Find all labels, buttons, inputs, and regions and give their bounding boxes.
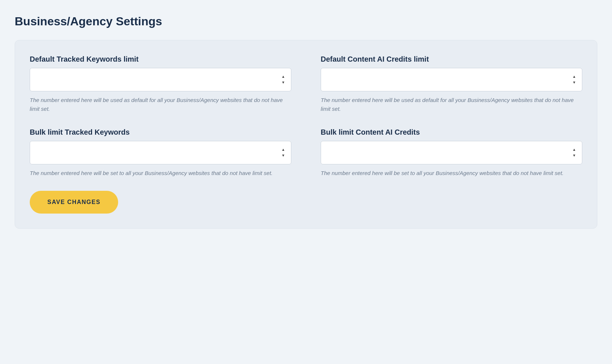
default-content-ai-credits-input[interactable] <box>321 68 582 91</box>
number-input-wrapper-default-content-ai-credits: ▲ ▼ <box>321 68 582 91</box>
setting-hint-bulk-limit-tracked-keywords: The number entered here will be set to a… <box>30 169 291 178</box>
bulk-limit-content-ai-credits-input[interactable] <box>321 141 582 164</box>
settings-grid: Default Tracked Keywords limit ▲ ▼ The n… <box>30 55 582 178</box>
save-btn-row: SAVE CHANGES <box>30 191 582 214</box>
spinner-buttons-bulk-limit-tracked-keywords: ▲ ▼ <box>280 147 287 158</box>
spinner-up-default-tracked-keywords[interactable]: ▲ <box>280 74 287 79</box>
spinner-up-bulk-limit-tracked-keywords[interactable]: ▲ <box>280 147 287 152</box>
default-tracked-keywords-input[interactable] <box>30 68 291 91</box>
spinner-up-default-content-ai-credits[interactable]: ▲ <box>571 74 578 79</box>
setting-hint-default-content-ai-credits: The number entered here will be used as … <box>321 96 582 113</box>
setting-group-bulk-limit-content-ai-credits: Bulk limit Content AI Credits ▲ ▼ The nu… <box>321 128 582 178</box>
spinner-down-bulk-limit-content-ai-credits[interactable]: ▼ <box>571 153 578 158</box>
setting-hint-bulk-limit-content-ai-credits: The number entered here will be set to a… <box>321 169 582 178</box>
setting-hint-default-tracked-keywords: The number entered here will be used as … <box>30 96 291 113</box>
spinner-buttons-default-content-ai-credits: ▲ ▼ <box>571 74 578 85</box>
spinner-down-default-content-ai-credits[interactable]: ▼ <box>571 80 578 85</box>
spinner-down-default-tracked-keywords[interactable]: ▼ <box>280 80 287 85</box>
setting-label-default-content-ai-credits: Default Content AI Credits limit <box>321 55 582 63</box>
spinner-up-bulk-limit-content-ai-credits[interactable]: ▲ <box>571 147 578 152</box>
setting-group-default-tracked-keywords: Default Tracked Keywords limit ▲ ▼ The n… <box>30 55 291 113</box>
setting-label-bulk-limit-tracked-keywords: Bulk limit Tracked Keywords <box>30 128 291 136</box>
spinner-buttons-bulk-limit-content-ai-credits: ▲ ▼ <box>571 147 578 158</box>
setting-label-default-tracked-keywords: Default Tracked Keywords limit <box>30 55 291 63</box>
spinner-buttons-default-tracked-keywords: ▲ ▼ <box>280 74 287 85</box>
number-input-wrapper-bulk-limit-tracked-keywords: ▲ ▼ <box>30 141 291 164</box>
number-input-wrapper-bulk-limit-content-ai-credits: ▲ ▼ <box>321 141 582 164</box>
save-changes-button[interactable]: SAVE CHANGES <box>30 191 118 214</box>
bulk-limit-tracked-keywords-input[interactable] <box>30 141 291 164</box>
settings-card: Default Tracked Keywords limit ▲ ▼ The n… <box>15 40 597 229</box>
spinner-down-bulk-limit-tracked-keywords[interactable]: ▼ <box>280 153 287 158</box>
page-title: Business/Agency Settings <box>15 15 597 28</box>
number-input-wrapper-default-tracked-keywords: ▲ ▼ <box>30 68 291 91</box>
setting-group-default-content-ai-credits: Default Content AI Credits limit ▲ ▼ The… <box>321 55 582 113</box>
setting-label-bulk-limit-content-ai-credits: Bulk limit Content AI Credits <box>321 128 582 136</box>
setting-group-bulk-limit-tracked-keywords: Bulk limit Tracked Keywords ▲ ▼ The numb… <box>30 128 291 178</box>
